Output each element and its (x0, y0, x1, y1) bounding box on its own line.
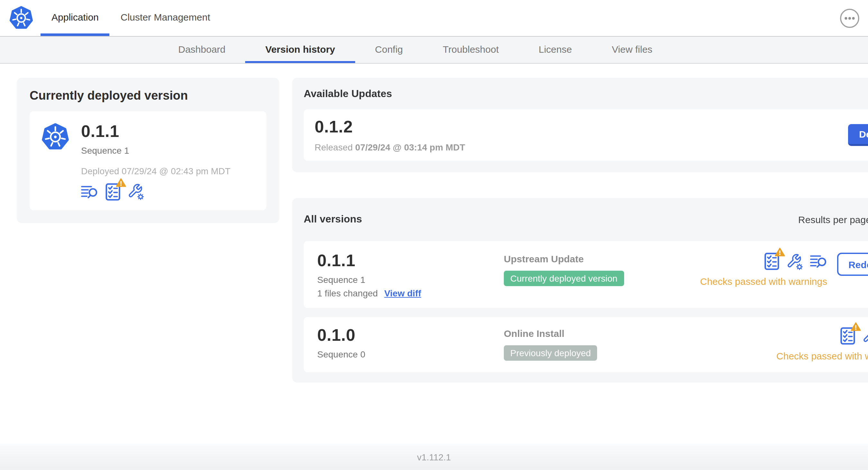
all-versions-header: All versions Results per page: 20 (304, 208, 868, 230)
row-version-number: 0.1.0 (317, 326, 504, 344)
subnav-item-view-files[interactable]: View files (592, 37, 672, 63)
subnav-item-version-history[interactable]: Version history (245, 37, 355, 63)
current-version-title: Currently deployed version (30, 89, 267, 103)
admin-console: Application Cluster Management Dashboard… (0, 0, 868, 470)
deploy-button[interactable]: Deploy (848, 124, 868, 146)
right-column: Available Updates 0.1.2 Released 07/29/2… (292, 78, 868, 382)
subnav-label-license: License (538, 43, 572, 54)
subnav-item-troubleshoot[interactable]: Troubleshoot (423, 37, 519, 63)
current-version-info: 0.1.1 Sequence 1 Deployed 07/29/24 @ 02:… (81, 122, 230, 200)
subnav-label-config: Config (375, 43, 403, 54)
app-footer: v1.112.1 (0, 444, 868, 470)
top-tabs: Application Cluster Management (40, 0, 221, 36)
version-row-2-source: Online Install Previously deployed (504, 326, 700, 365)
tab-cluster-management-label: Cluster Management (121, 11, 210, 22)
version-row-1-source: Upstream Update Currently deployed versi… (504, 251, 700, 300)
config-wrench-gear-icon[interactable] (862, 328, 868, 344)
row-sequence: Sequence 1 (317, 274, 504, 284)
diff-lines-magnifier-icon[interactable] (810, 254, 827, 269)
row-source-label: Online Install (504, 328, 700, 339)
preflight-checklist-icon[interactable] (105, 183, 120, 200)
available-update-released: Released 07/29/24 @ 03:14 pm MDT (315, 142, 465, 153)
config-wrench-gear-icon[interactable] (127, 183, 144, 200)
row-action-icons (764, 253, 827, 270)
status-badge: Previously deployed (504, 345, 597, 361)
tab-application[interactable]: Application (40, 0, 110, 36)
current-version-panel: Currently deployed version (17, 78, 279, 223)
tab-cluster-management[interactable]: Cluster Management (110, 0, 221, 36)
all-versions-panel: All versions Results per page: 20 0.1.1 (292, 198, 868, 382)
preflight-checklist-icon[interactable] (764, 253, 779, 270)
version-row-2: 0.1.0 Sequence 0 Online Install Previous… (304, 317, 868, 372)
version-row-2-info: 0.1.0 Sequence 0 (317, 326, 504, 365)
overflow-menu-button[interactable] (840, 8, 860, 28)
subnav-item-license[interactable]: License (519, 37, 592, 63)
subnav-item-dashboard[interactable]: Dashboard (158, 37, 245, 63)
preflight-checklist-icon[interactable] (840, 327, 855, 345)
current-version-number: 0.1.1 (81, 122, 230, 140)
released-date: 07/29/24 @ 03:14 pm MDT (355, 142, 465, 153)
version-row-1-actions: Checks passed with warnings Redeploy (700, 251, 868, 300)
checks-column: Checks passed with warnings (700, 253, 827, 287)
app-subnav: Dashboard Version history Config Trouble… (0, 37, 868, 64)
overflow-menu-icon (840, 8, 860, 28)
results-per-page-label: Results per page: (798, 214, 868, 225)
subnav-label-view-files: View files (612, 43, 652, 54)
console-version: v1.112.1 (417, 452, 451, 462)
status-badge: Currently deployed version (504, 271, 624, 286)
current-version-deployed-date: Deployed 07/29/24 @ 02:43 pm MDT (81, 166, 230, 176)
version-row-2-actions: Checks passed with warnings (776, 326, 868, 365)
available-update-version: 0.1.2 (315, 118, 465, 136)
subnav-label-troubleshoot: Troubleshoot (443, 43, 499, 54)
current-version-card: 0.1.1 Sequence 1 Deployed 07/29/24 @ 02:… (30, 111, 267, 210)
kubernetes-logo-icon (9, 5, 33, 31)
available-updates-panel: Available Updates 0.1.2 Released 07/29/2… (292, 78, 868, 172)
current-version-sequence: Sequence 1 (81, 145, 230, 155)
subnav-label-version-history: Version history (266, 43, 335, 54)
view-diff-link[interactable]: View diff (384, 288, 421, 298)
released-prefix: Released (315, 142, 352, 153)
diff-lines-magnifier-icon[interactable] (81, 184, 98, 199)
all-versions-title: All versions (304, 213, 362, 225)
main-content: Currently deployed version (0, 64, 868, 444)
row-version-number: 0.1.1 (317, 251, 504, 270)
kubernetes-app-icon (41, 122, 69, 200)
subnav-item-config[interactable]: Config (355, 37, 423, 63)
app-header: Application Cluster Management (0, 0, 868, 37)
kubernetes-logo (9, 5, 33, 31)
tab-application-label: Application (52, 11, 99, 22)
files-changed-label: 1 files changed (317, 288, 378, 298)
checks-column: Checks passed with warnings (776, 327, 868, 361)
row-files-changed: 1 files changed View diff (317, 288, 504, 298)
results-per-page: Results per page: 20 (798, 208, 868, 230)
row-action-icons (840, 327, 868, 345)
row-sequence: Sequence 0 (317, 349, 504, 359)
version-row-1: 0.1.1 Sequence 1 1 files changed View di… (304, 241, 868, 308)
available-updates-title: Available Updates (304, 88, 868, 100)
version-row-1-info: 0.1.1 Sequence 1 1 files changed View di… (317, 251, 504, 300)
current-version-actions (81, 183, 230, 200)
available-update-card: 0.1.2 Released 07/29/24 @ 03:14 pm MDT D… (304, 109, 868, 161)
config-wrench-gear-icon[interactable] (786, 253, 803, 270)
available-update-info: 0.1.2 Released 07/29/24 @ 03:14 pm MDT (315, 118, 465, 152)
version-rows: 0.1.1 Sequence 1 1 files changed View di… (304, 241, 868, 372)
subnav-label-dashboard: Dashboard (178, 43, 225, 54)
checks-status-text: Checks passed with warnings (700, 276, 827, 287)
redeploy-button[interactable]: Redeploy (837, 253, 868, 276)
row-source-label: Upstream Update (504, 253, 700, 264)
checks-status-text: Checks passed with warnings (776, 350, 868, 361)
